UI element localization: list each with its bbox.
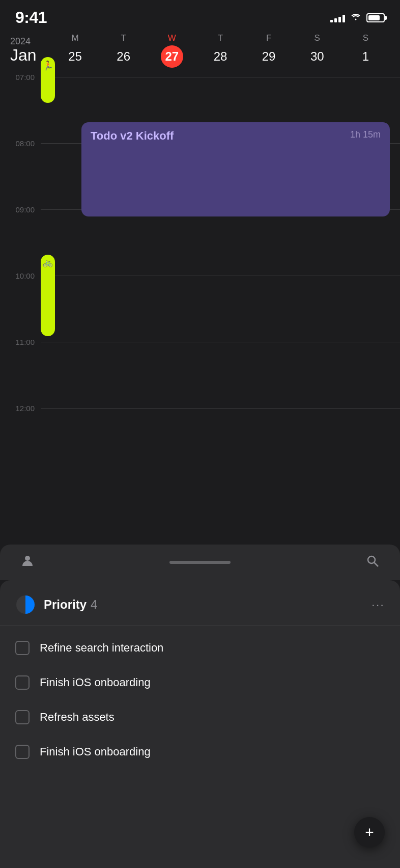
- task-checkbox[interactable]: [15, 675, 30, 690]
- svg-point-0: [25, 556, 30, 561]
- time-row: 07:00: [0, 73, 400, 82]
- calendar-day-number: 28: [209, 45, 232, 68]
- calendar-day-name: M: [71, 33, 78, 43]
- priority-more-button[interactable]: ···: [372, 598, 385, 612]
- wifi-icon: [350, 12, 361, 23]
- event-running[interactable]: 🏃: [41, 57, 55, 103]
- add-task-button[interactable]: +: [354, 817, 385, 848]
- priority-title-row: Priority 4: [44, 598, 363, 612]
- task-item[interactable]: Finish iOS onboarding: [0, 665, 400, 700]
- running-icon: 🏃: [42, 60, 53, 71]
- status-bar: 9:41: [0, 0, 400, 28]
- calendar-day-name: F: [266, 33, 271, 43]
- calendar-day-name: S: [315, 33, 320, 43]
- time-label: 09:00: [0, 205, 41, 214]
- time-line: [41, 276, 400, 276]
- priority-label: Priority: [44, 598, 87, 612]
- time-line: [41, 342, 400, 342]
- time-label: 11:00: [0, 338, 41, 346]
- priority-header: Priority 4 ···: [0, 580, 400, 626]
- calendar-header: 2024 Jan M25T26W27T28F29S30S1: [0, 28, 400, 68]
- svg-line-2: [374, 562, 378, 566]
- signal-icon: [330, 13, 345, 22]
- bottom-nav: [0, 545, 400, 580]
- calendar-day-number: 29: [258, 45, 280, 68]
- task-checkbox[interactable]: [15, 641, 30, 655]
- priority-icon: [15, 594, 36, 615]
- calendar-day-name: W: [168, 33, 176, 43]
- event-cycling[interactable]: 🚲: [41, 255, 55, 336]
- time-label: 08:00: [0, 139, 41, 148]
- calendar-day-name: S: [363, 33, 368, 43]
- svg-point-1: [368, 556, 375, 563]
- calendar-day-col[interactable]: W27: [161, 33, 183, 68]
- calendar-day-number: 25: [64, 45, 87, 68]
- time-label: 10:00: [0, 272, 41, 280]
- calendar-day-col[interactable]: M25: [64, 33, 87, 68]
- calendar-day-name: T: [121, 33, 126, 43]
- cycling-icon: 🚲: [43, 258, 53, 267]
- home-indicator: [169, 561, 231, 564]
- time-line: [41, 77, 400, 77]
- task-panel: Priority 4 ··· Refine search interaction…: [0, 580, 400, 868]
- profile-icon[interactable]: [20, 554, 35, 572]
- task-item[interactable]: Finish iOS onboarding: [0, 735, 400, 769]
- calendar-day-col[interactable]: T28: [209, 33, 232, 68]
- calendar-day-number: 1: [354, 45, 377, 68]
- task-list: Refine search interactionFinish iOS onbo…: [0, 626, 400, 774]
- calendar-year: 2024: [10, 36, 51, 47]
- time-label: 12:00: [0, 404, 41, 413]
- time-row: 12:00: [0, 404, 400, 413]
- time-line: [41, 408, 400, 409]
- time-row: 11:00: [0, 338, 400, 346]
- calendar-day-col[interactable]: S1: [354, 33, 377, 68]
- event-meeting-title: Todo v2 Kickoff: [91, 129, 174, 143]
- task-checkbox[interactable]: [15, 745, 30, 759]
- calendar-day-number: 26: [112, 45, 135, 68]
- task-text: Finish iOS onboarding: [40, 676, 151, 689]
- plus-icon: +: [365, 824, 374, 841]
- calendar-days: M25T26W27T28F29S30S1: [51, 33, 390, 68]
- task-text: Finish iOS onboarding: [40, 745, 151, 758]
- priority-count: 4: [91, 598, 97, 612]
- calendar-day-number: 27: [161, 45, 183, 68]
- event-meeting[interactable]: Todo v2 Kickoff 1h 15m: [81, 122, 390, 216]
- task-text: Refresh assets: [40, 711, 115, 724]
- calendar-day-name: T: [218, 33, 223, 43]
- task-item[interactable]: Refine search interaction: [0, 631, 400, 665]
- search-icon[interactable]: [365, 554, 380, 572]
- status-icons: [330, 12, 385, 23]
- calendar-day-col[interactable]: T26: [112, 33, 135, 68]
- time-row: 10:00: [0, 272, 400, 280]
- task-checkbox[interactable]: [15, 710, 30, 724]
- task-text: Refine search interaction: [40, 641, 163, 655]
- battery-icon: [366, 13, 385, 22]
- task-item[interactable]: Refresh assets: [0, 700, 400, 735]
- time-label: 07:00: [0, 73, 41, 82]
- event-meeting-duration: 1h 15m: [350, 129, 381, 140]
- calendar-day-col[interactable]: S30: [306, 33, 328, 68]
- status-time: 9:41: [15, 8, 47, 27]
- calendar-day-col[interactable]: F29: [258, 33, 280, 68]
- calendar-day-number: 30: [306, 45, 328, 68]
